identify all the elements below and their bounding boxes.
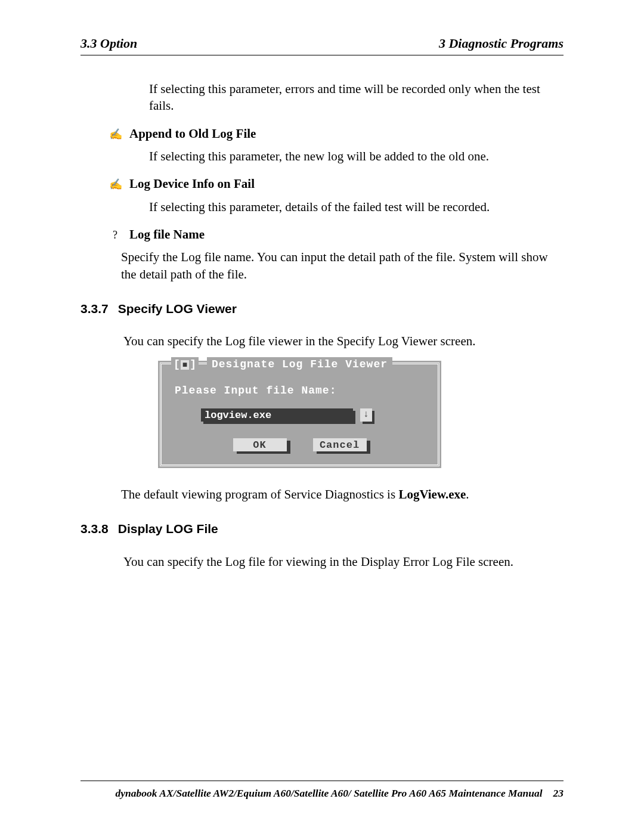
section-title: Display LOG File bbox=[118, 521, 218, 537]
section-337-default: The default viewing program of Service D… bbox=[121, 486, 564, 503]
header-section-left: 3.3 Option bbox=[80, 36, 137, 51]
log-viewer-dialog: [■] Designate Log File Viewer Please Inp… bbox=[158, 361, 441, 468]
section-heading-337: 3.3.7 Specify LOG Viewer bbox=[80, 301, 564, 317]
pencil-icon: ✍ bbox=[109, 177, 121, 191]
log-viewer-filename-input[interactable] bbox=[201, 408, 353, 422]
ok-button[interactable]: OK bbox=[233, 438, 287, 451]
document-page: 3.3 Option 3 Diagnostic Programs If sele… bbox=[0, 0, 644, 833]
section-number: 3.3.8 bbox=[80, 521, 109, 537]
question-icon: ? bbox=[109, 228, 121, 242]
bullet-item: ? Log file Name bbox=[109, 226, 564, 243]
intro-paragraph: If selecting this parameter, errors and … bbox=[149, 80, 564, 114]
dialog-input-row: ↓ bbox=[201, 408, 427, 422]
bullet-title: Log file Name bbox=[129, 226, 205, 243]
dialog-frame: [■] Designate Log File Viewer Please Inp… bbox=[160, 363, 439, 466]
header-section-right: 3 Diagnostic Programs bbox=[439, 36, 564, 51]
bullet-body: If selecting this parameter, the new log… bbox=[149, 148, 564, 165]
bullet-title: Append to Old Log File bbox=[129, 125, 256, 142]
footer-text: dynabook AX/Satellite AW2/Equium A60/Sat… bbox=[116, 787, 543, 800]
bullet-item: ✍ Append to Old Log File bbox=[109, 125, 564, 142]
bullet-body: Specify the Log file name. You can input… bbox=[121, 249, 564, 283]
section-337-intro: You can specify the Log file viewer in t… bbox=[123, 333, 564, 349]
section-title: Specify LOG Viewer bbox=[118, 301, 237, 317]
cancel-button[interactable]: Cancel bbox=[313, 438, 367, 451]
pencil-icon: ✍ bbox=[109, 127, 121, 141]
section-number: 3.3.7 bbox=[80, 301, 109, 317]
default-text-pre: The default viewing program of Service D… bbox=[121, 487, 398, 501]
bullet-item: ✍ Log Device Info on Fail bbox=[109, 175, 564, 192]
dialog-title: Designate Log File Viewer bbox=[207, 357, 392, 371]
page-header: 3.3 Option 3 Diagnostic Programs bbox=[80, 36, 564, 55]
dialog-prompt: Please Input file Name: bbox=[175, 383, 427, 398]
bullet-title: Log Device Info on Fail bbox=[129, 175, 255, 192]
footer-page-number: 23 bbox=[553, 787, 564, 800]
dialog-outer: [■] Designate Log File Viewer Please Inp… bbox=[158, 361, 441, 468]
section-heading-338: 3.3.8 Display LOG File bbox=[80, 521, 564, 537]
dialog-button-row: OK Cancel bbox=[172, 438, 427, 451]
default-text-bold: LogView.exe bbox=[398, 487, 466, 501]
page-footer: dynabook AX/Satellite AW2/Equium A60/Sat… bbox=[80, 781, 564, 800]
bullet-body: If selecting this parameter, details of … bbox=[149, 199, 564, 215]
dialog-title-bar: Designate Log File Viewer bbox=[162, 357, 438, 371]
dropdown-arrow-icon[interactable]: ↓ bbox=[360, 408, 372, 422]
page-body: If selecting this parameter, errors and … bbox=[80, 80, 564, 570]
default-text-post: . bbox=[466, 487, 469, 501]
section-338-intro: You can specify the Log file for viewing… bbox=[123, 553, 564, 570]
